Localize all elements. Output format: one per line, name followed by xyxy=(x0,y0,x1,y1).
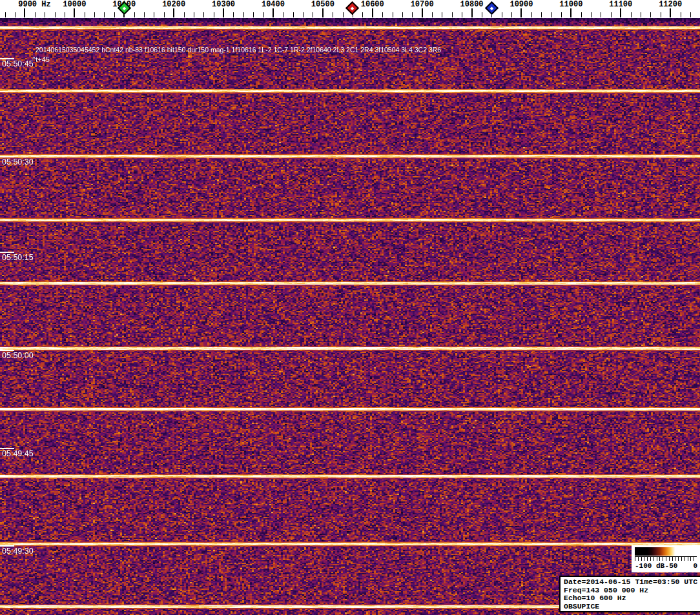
freq-major-tick xyxy=(570,8,571,17)
freq-major-tick xyxy=(273,8,274,17)
freq-minor-tick xyxy=(601,12,601,17)
freq-label: 10000 xyxy=(63,0,86,9)
freq-major-tick xyxy=(620,8,621,17)
freq-minor-tick xyxy=(35,12,36,17)
freq-minor-tick xyxy=(253,12,254,17)
freq-minor-tick xyxy=(442,12,442,17)
freq-minor-tick xyxy=(382,12,383,17)
freq-label: 10500 xyxy=(311,0,335,9)
time-label: 05:50:00 xyxy=(2,351,34,360)
freq-major-tick xyxy=(74,8,75,17)
scale-label-mid: -50 xyxy=(665,562,678,570)
freq-minor-tick xyxy=(393,12,393,17)
freq-label: 11100 xyxy=(609,0,632,9)
color-gradient-bar xyxy=(635,547,697,556)
freq-label: 11200 xyxy=(659,0,682,9)
freq-minor-tick xyxy=(561,12,562,17)
freq-minor-tick xyxy=(482,12,482,17)
freq-major-tick xyxy=(520,8,522,17)
freq-minor-tick xyxy=(184,12,185,17)
red-diamond-marker xyxy=(345,1,359,15)
info-echo: Echo=10 600 Hz xyxy=(564,594,700,603)
freq-minor-tick xyxy=(511,12,512,17)
time-label: 05:50:45 xyxy=(2,59,34,68)
time-label: 05:50:15 xyxy=(2,253,34,262)
scale-label-min: -100 dB xyxy=(635,562,664,570)
freq-minor-tick xyxy=(283,12,283,17)
freq-minor-tick xyxy=(243,12,244,17)
event-time-marker: ^t+45 xyxy=(32,55,50,63)
freq-minor-tick xyxy=(134,12,135,17)
freq-minor-tick xyxy=(541,12,542,17)
marker-center-dot xyxy=(351,6,355,10)
freq-minor-tick xyxy=(94,12,95,17)
freq-minor-tick xyxy=(641,12,641,17)
freq-minor-tick xyxy=(154,12,154,17)
scale-labels: -100 dB -50 0 xyxy=(632,562,700,571)
freq-minor-tick xyxy=(631,12,632,17)
freq-major-tick xyxy=(223,8,224,17)
freq-minor-tick xyxy=(502,12,502,17)
freq-minor-tick xyxy=(412,12,413,17)
freq-minor-tick xyxy=(45,12,45,17)
freq-minor-tick xyxy=(591,12,592,17)
freq-label: 9900 Hz xyxy=(18,0,50,9)
frequency-axis: 9900 Hz100001010010200103001040010500106… xyxy=(0,0,700,18)
freq-minor-tick xyxy=(114,12,115,17)
freq-minor-tick xyxy=(55,12,56,17)
freq-minor-tick xyxy=(581,12,582,17)
freq-minor-tick xyxy=(531,12,532,17)
freq-minor-tick xyxy=(15,12,15,17)
freq-minor-tick xyxy=(85,12,85,17)
freq-minor-tick xyxy=(194,12,194,17)
marker-center-dot xyxy=(122,6,126,10)
detection-annotation: 20140615035045452 hCnt42 nb-83 f10616 hi… xyxy=(36,46,441,54)
freq-minor-tick xyxy=(214,12,214,17)
freq-label: 10800 xyxy=(460,0,484,9)
freq-major-tick xyxy=(471,8,473,17)
freq-minor-tick xyxy=(681,12,681,17)
freq-minor-tick xyxy=(203,12,204,17)
time-label: 05:49:45 xyxy=(2,449,34,458)
freq-minor-tick xyxy=(432,12,433,17)
freq-major-tick xyxy=(670,8,671,17)
freq-major-tick xyxy=(24,8,25,17)
freq-label: 11000 xyxy=(559,0,582,9)
freq-label: 10600 xyxy=(361,0,384,9)
freq-minor-tick xyxy=(65,12,65,17)
freq-label: 10400 xyxy=(262,0,285,9)
db-color-scale: -100 dB -50 0 xyxy=(632,545,700,572)
info-date-time: Date=2014-06-15 Time=03:50 UTC xyxy=(564,578,700,587)
freq-minor-tick xyxy=(144,12,145,17)
freq-minor-tick xyxy=(104,12,105,17)
freq-minor-tick xyxy=(661,12,661,17)
freq-label: 10200 xyxy=(162,0,185,9)
scale-label-max: 0 xyxy=(693,562,697,570)
freq-minor-tick xyxy=(690,12,691,17)
time-label: 05:50:30 xyxy=(2,157,34,166)
spectrogram-window: 9900 Hz100001010010200103001040010500106… xyxy=(0,0,700,615)
freq-major-tick xyxy=(322,8,324,17)
freq-minor-tick xyxy=(293,12,294,17)
freq-minor-tick xyxy=(233,12,234,17)
scale-tick-marks xyxy=(635,556,697,561)
freq-label: 10300 xyxy=(212,0,235,9)
freq-minor-tick xyxy=(263,12,264,17)
freq-minor-tick xyxy=(343,12,344,17)
freq-major-tick xyxy=(173,8,174,17)
station-info-box: Date=2014-06-15 Time=03:50 UTC Freq=143 … xyxy=(559,576,700,612)
time-label: 05:49:30 xyxy=(2,547,34,556)
freq-minor-tick xyxy=(164,12,165,17)
spectrogram-canvas xyxy=(0,18,700,615)
blue-diamond-marker xyxy=(485,1,499,15)
freq-label: 10700 xyxy=(411,0,434,9)
freq-major-tick xyxy=(422,8,423,17)
freq-minor-tick xyxy=(333,12,333,17)
freq-minor-tick xyxy=(452,12,453,17)
marker-center-dot xyxy=(489,6,493,10)
freq-minor-tick xyxy=(551,12,552,17)
freq-minor-tick xyxy=(303,12,304,17)
freq-minor-tick xyxy=(5,12,6,17)
freq-minor-tick xyxy=(462,12,462,17)
freq-minor-tick xyxy=(362,12,363,17)
